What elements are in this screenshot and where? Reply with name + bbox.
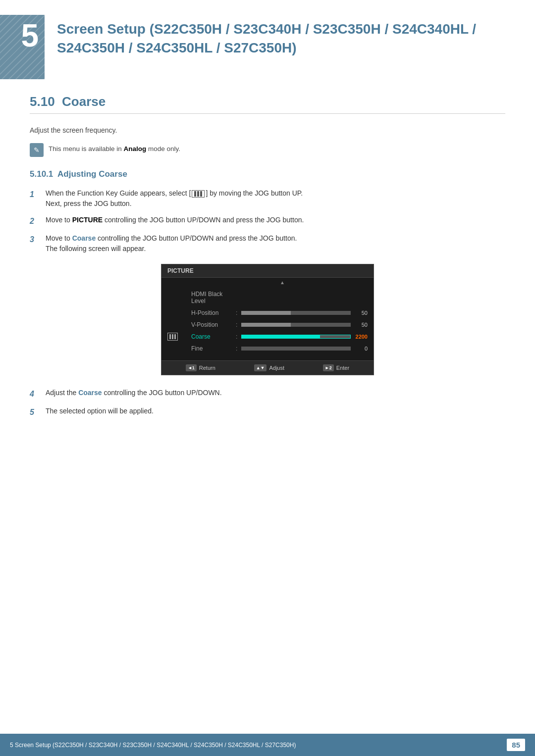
chapter-title: Screen Setup (S22C350H / S23C340H / S23C… bbox=[57, 20, 505, 57]
steps-list: 1 When the Function Key Guide appears, s… bbox=[30, 188, 505, 254]
step-5-content: The selected option will be applied. bbox=[46, 406, 505, 416]
chapter-header: 5 Screen Setup (S22C350H / S23C340H / S2… bbox=[0, 0, 535, 89]
step-3: 3 Move to Coarse controlling the JOG but… bbox=[30, 233, 505, 254]
screen-row-coarse-label: Coarse bbox=[191, 333, 236, 340]
note-text: This menu is available in Analog mode on… bbox=[49, 143, 180, 152]
screen-fine-val: 0 bbox=[354, 346, 368, 352]
enter-icon: ►2 bbox=[323, 364, 334, 371]
step-4-coarse: Coarse bbox=[78, 389, 102, 397]
adjust-icon: ▲▼ bbox=[254, 364, 267, 371]
step-4-num: 4 bbox=[30, 388, 39, 400]
step-5-num: 5 bbox=[30, 406, 39, 418]
step-1-content: When the Function Key Guide appears, sel… bbox=[46, 188, 505, 209]
step-2-num: 2 bbox=[30, 215, 39, 227]
screen-footer-return: ◄1 Return bbox=[186, 364, 215, 371]
note-box: This menu is available in Analog mode on… bbox=[30, 143, 505, 157]
step-3-num: 3 bbox=[30, 233, 39, 246]
return-icon: ◄1 bbox=[186, 364, 197, 371]
chapter-number: 5 bbox=[21, 20, 39, 51]
screen-container: PICTURE ▲ HDMI Black Level H-Position : … bbox=[30, 264, 505, 375]
screen-arrow-up: ▲ bbox=[161, 278, 374, 286]
step-3-coarse: Coarse bbox=[72, 234, 96, 242]
screen-row-hpos-label: H-Position bbox=[191, 309, 236, 316]
note-icon bbox=[30, 143, 44, 157]
screen-row-coarse: Coarse : 2200 bbox=[161, 331, 374, 343]
screen-coarse-val: 2200 bbox=[354, 334, 368, 340]
section-intro: Adjust the screen frequency. bbox=[30, 126, 505, 134]
step-1: 1 When the Function Key Guide appears, s… bbox=[30, 188, 505, 209]
screen-fine-bar bbox=[241, 347, 351, 351]
screen-header: PICTURE bbox=[161, 264, 374, 278]
enter-label: Enter bbox=[336, 365, 349, 371]
step-3-content: Move to Coarse controlling the JOG butto… bbox=[46, 233, 505, 254]
screen-footer: ◄1 Return ▲▼ Adjust ►2 Enter bbox=[161, 360, 374, 375]
step-2-content: Move to PICTURE controlling the JOG butt… bbox=[46, 215, 505, 225]
screen-footer-adjust: ▲▼ Adjust bbox=[254, 364, 284, 371]
note-bold: Analog bbox=[124, 145, 147, 152]
subsection-heading: 5.10.1 Adjusting Coarse bbox=[30, 169, 505, 179]
jog-icon bbox=[192, 190, 205, 198]
subsection-title-text: Adjusting Coarse bbox=[57, 169, 127, 179]
steps-list-2: 4 Adjust the Coarse controlling the JOG … bbox=[30, 388, 505, 418]
screen-row-hpos: H-Position : 50 bbox=[161, 307, 374, 319]
screen-row-fine-label: Fine bbox=[191, 345, 236, 352]
subsection-number: 5.10.1 bbox=[30, 169, 53, 179]
screen-hpos-bar bbox=[241, 311, 351, 315]
screen-row-vpos-label: V-Position bbox=[191, 321, 236, 328]
page-number: 85 bbox=[507, 739, 525, 751]
screen-vpos-val: 50 bbox=[354, 322, 368, 328]
section-heading: 5.10 Coarse bbox=[30, 94, 505, 114]
screen-row-hdmi: HDMI Black Level bbox=[161, 288, 374, 307]
screen-mockup: PICTURE ▲ HDMI Black Level H-Position : … bbox=[161, 264, 374, 375]
step-4-content: Adjust the Coarse controlling the JOG bu… bbox=[46, 388, 505, 398]
screen-row-hdmi-label: HDMI Black Level bbox=[191, 291, 236, 304]
footer-text: 5 Screen Setup (S22C350H / S23C340H / S2… bbox=[10, 742, 296, 749]
chapter-number-block: 5 bbox=[0, 15, 45, 79]
section-title-text: Coarse bbox=[62, 94, 106, 109]
step-2: 2 Move to PICTURE controlling the JOG bu… bbox=[30, 215, 505, 227]
screen-row-fine: Fine : 0 bbox=[161, 343, 374, 354]
screen-hpos-bar-container: 50 bbox=[241, 310, 368, 316]
screen-footer-enter: ►2 Enter bbox=[323, 364, 349, 371]
adjust-label: Adjust bbox=[269, 365, 284, 371]
chapter-title-block: Screen Setup (S22C350H / S23C340H / S23C… bbox=[45, 15, 505, 62]
screen-fine-bar-container: 0 bbox=[241, 346, 368, 352]
screen-vpos-bar bbox=[241, 323, 351, 327]
screen-rows: HDMI Black Level H-Position : 50 V-Posi bbox=[161, 286, 374, 356]
screen-hpos-val: 50 bbox=[354, 310, 368, 316]
screen-coarse-bar bbox=[241, 335, 351, 339]
step-4: 4 Adjust the Coarse controlling the JOG … bbox=[30, 388, 505, 400]
page-footer: 5 Screen Setup (S22C350H / S23C340H / S2… bbox=[0, 734, 535, 756]
screen-vpos-bar-container: 50 bbox=[241, 322, 368, 328]
main-content: 5.10 Coarse Adjust the screen frequency.… bbox=[0, 94, 535, 468]
step-1-num: 1 bbox=[30, 188, 39, 201]
screen-row-vpos: V-Position : 50 bbox=[161, 319, 374, 331]
screen-coarse-bar-container: 2200 bbox=[241, 334, 368, 340]
return-label: Return bbox=[199, 365, 215, 371]
screen-jog-icon bbox=[167, 333, 178, 341]
step-5: 5 The selected option will be applied. bbox=[30, 406, 505, 418]
section-number: 5.10 bbox=[30, 94, 55, 109]
